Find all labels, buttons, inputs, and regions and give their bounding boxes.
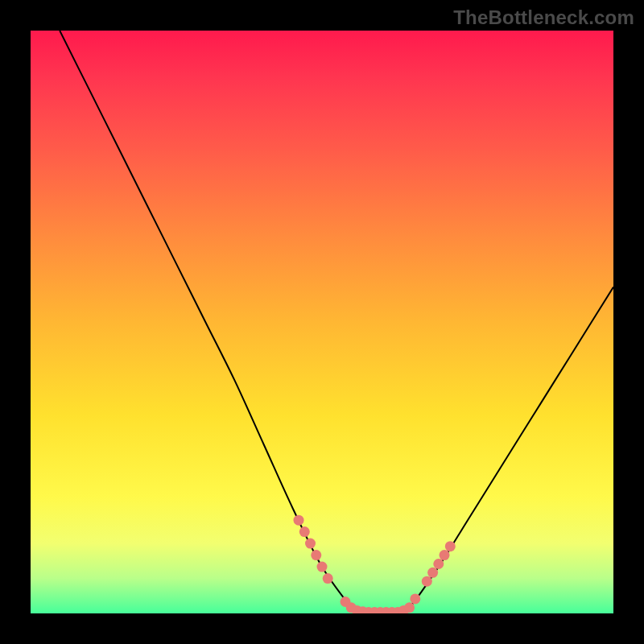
- chart-frame: TheBottleneck.com: [0, 0, 644, 644]
- chart-svg: [31, 31, 613, 613]
- highlight-marker: [317, 562, 328, 572]
- highlight-marker: [427, 568, 438, 578]
- bottleneck-curve-path: [60, 31, 613, 613]
- highlight-marker: [433, 559, 444, 569]
- highlight-marker: [440, 550, 450, 560]
- highlight-marker: [294, 515, 304, 526]
- plot-area: [31, 31, 613, 613]
- highlight-marker: [445, 541, 456, 551]
- highlight-marker-group: [294, 515, 456, 613]
- highlight-marker: [311, 550, 321, 560]
- highlight-marker: [404, 602, 415, 613]
- highlight-marker: [299, 526, 310, 537]
- highlight-marker: [323, 573, 333, 584]
- highlight-marker: [305, 539, 316, 549]
- watermark-text: TheBottleneck.com: [453, 6, 634, 29]
- highlight-marker: [422, 576, 432, 587]
- highlight-marker: [410, 593, 420, 604]
